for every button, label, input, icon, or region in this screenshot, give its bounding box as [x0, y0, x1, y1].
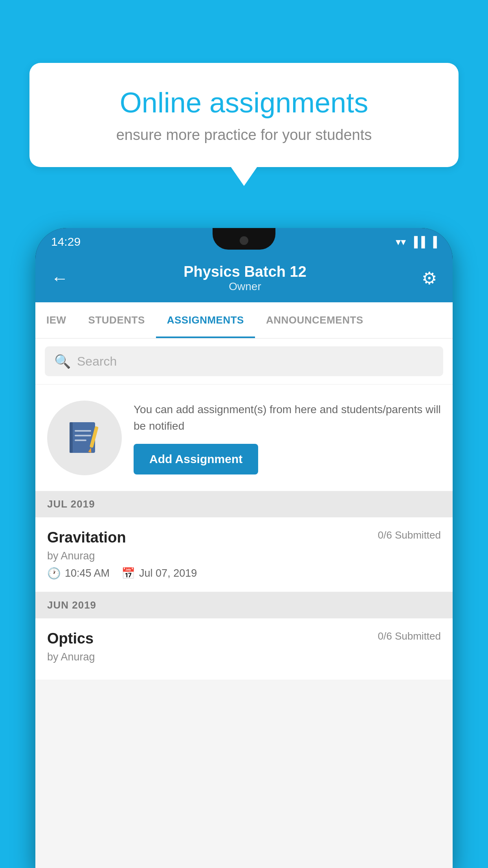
- tab-assignments[interactable]: ASSIGNMENTS: [156, 302, 255, 338]
- assignment-top: Gravitation 0/6 Submitted: [47, 529, 441, 546]
- bubble-title: Online assignments: [57, 86, 431, 119]
- bubble-subtitle: ensure more practice for your students: [57, 127, 431, 143]
- add-assignment-promo: You can add assignment(s) from here and …: [35, 385, 453, 491]
- signal-icon: ▐▐: [411, 236, 425, 248]
- phone-frame: 14:29 ▾▾ ▐▐ ▐ ← Physics Batch 12 Owner ⚙…: [35, 228, 453, 868]
- speech-bubble-container: Online assignments ensure more practice …: [29, 63, 459, 167]
- add-assignment-button[interactable]: Add Assignment: [134, 444, 258, 474]
- notch: [213, 228, 275, 250]
- assignment-time: 10:45 AM: [65, 567, 110, 579]
- wifi-icon: ▾▾: [396, 236, 406, 248]
- promo-icon-circle: [47, 401, 122, 475]
- clock-icon: 🕐: [47, 567, 61, 580]
- section-header-jul: JUL 2019: [35, 491, 453, 517]
- svg-rect-4: [70, 422, 73, 453]
- tab-announcements[interactable]: ANNOUNCEMENTS: [255, 302, 374, 338]
- batch-title: Physics Batch 12: [68, 263, 422, 280]
- assignment-item-gravitation[interactable]: Gravitation 0/6 Submitted by Anurag 🕐 10…: [35, 517, 453, 592]
- assignment-name-optics: Optics: [47, 630, 94, 647]
- front-camera: [240, 236, 248, 245]
- status-bar: 14:29 ▾▾ ▐▐ ▐: [35, 228, 453, 256]
- time-meta: 🕐 10:45 AM: [47, 567, 110, 580]
- app-header: ← Physics Batch 12 Owner ⚙: [35, 256, 453, 302]
- screen-content: 🔍 Search: [35, 338, 453, 868]
- battery-icon: ▐: [430, 236, 437, 248]
- promo-right: You can add assignment(s) from here and …: [134, 401, 441, 474]
- date-meta: 📅 Jul 07, 2019: [121, 567, 197, 580]
- assignment-name: Gravitation: [47, 529, 126, 546]
- assignment-date: Jul 07, 2019: [139, 567, 197, 579]
- assignment-submitted-optics: 0/6 Submitted: [378, 630, 441, 642]
- notebook-icon: [65, 418, 104, 458]
- assignment-submitted: 0/6 Submitted: [378, 529, 441, 541]
- tabs-bar: IEW STUDENTS ASSIGNMENTS ANNOUNCEMENTS: [35, 302, 453, 338]
- batch-role: Owner: [68, 280, 422, 293]
- assignment-meta: 🕐 10:45 AM 📅 Jul 07, 2019: [47, 567, 441, 580]
- svg-rect-3: [75, 440, 86, 441]
- calendar-icon: 📅: [121, 567, 135, 580]
- promo-description: You can add assignment(s) from here and …: [134, 401, 441, 434]
- status-time: 14:29: [51, 235, 81, 248]
- section-header-jun: JUN 2019: [35, 592, 453, 618]
- back-button[interactable]: ←: [51, 268, 68, 288]
- assignment-by-optics: by Anurag: [47, 651, 441, 663]
- search-icon: 🔍: [54, 353, 71, 369]
- status-icons: ▾▾ ▐▐ ▐: [396, 236, 437, 248]
- settings-icon[interactable]: ⚙: [422, 268, 437, 288]
- svg-rect-1: [75, 430, 91, 432]
- header-center: Physics Batch 12 Owner: [68, 263, 422, 293]
- speech-bubble: Online assignments ensure more practice …: [29, 63, 459, 167]
- search-input[interactable]: Search: [77, 354, 117, 369]
- tab-iew[interactable]: IEW: [35, 302, 77, 338]
- assignment-by: by Anurag: [47, 550, 441, 562]
- assignment-item-optics[interactable]: Optics 0/6 Submitted by Anurag: [35, 618, 453, 680]
- tab-students[interactable]: STUDENTS: [77, 302, 156, 338]
- search-container: 🔍 Search: [35, 338, 453, 384]
- svg-rect-0: [71, 422, 95, 453]
- search-bar[interactable]: 🔍 Search: [45, 346, 443, 376]
- assignment-top-optics: Optics 0/6 Submitted: [47, 630, 441, 647]
- svg-rect-2: [75, 435, 91, 436]
